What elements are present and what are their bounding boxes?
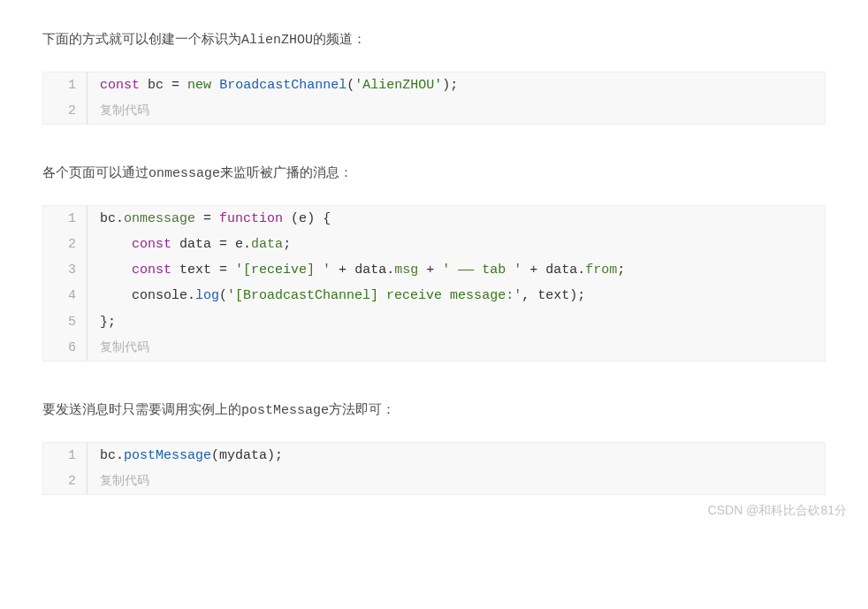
code-line: 2 const data = e.data; (43, 232, 825, 257)
copy-button[interactable]: 复制代码 (88, 98, 149, 124)
text: 来监听被广播的消息： (220, 164, 353, 179)
copy-button[interactable]: 复制代码 (88, 335, 149, 361)
code-content: const data = e.data; (88, 232, 291, 257)
line-number: 5 (43, 309, 88, 335)
code-line: 2 复制代码 (43, 468, 825, 494)
inline-code: onmessage (148, 166, 220, 181)
code-line: 5 }; (43, 309, 825, 335)
paragraph-1: 下面的方式就可以创建一个标识为AlienZHOU的频道： (42, 27, 826, 54)
code-line: 4 console.log('[BroadcastChannel] receiv… (43, 283, 825, 308)
line-number: 1 (43, 72, 88, 98)
code-content: bc.postMessage(mydata); (88, 443, 283, 468)
inline-code: postMessage (241, 403, 329, 418)
text: 下面的方式就可以创建一个标识为 (42, 31, 241, 46)
code-content: console.log('[BroadcastChannel] receive … (88, 283, 585, 308)
text: 的频道： (313, 31, 366, 46)
copy-button[interactable]: 复制代码 (88, 468, 149, 494)
inline-code: AlienZHOU (241, 33, 313, 48)
paragraph-2: 各个页面可以通过onmessage来监听被广播的消息： (42, 160, 826, 187)
code-line: 6 复制代码 (43, 335, 825, 361)
line-number: 4 (43, 283, 88, 308)
line-number: 3 (43, 257, 88, 283)
line-number: 6 (43, 335, 88, 361)
line-number: 2 (43, 232, 88, 257)
code-line: 2 复制代码 (43, 98, 825, 124)
code-block-3: 1 bc.postMessage(mydata); 2 复制代码 (42, 442, 826, 496)
line-number: 1 (43, 443, 88, 468)
watermark: CSDN @和科比合砍81分 (708, 499, 847, 521)
text: 要发送消息时只需要调用实例上的 (42, 401, 241, 416)
code-content: }; (88, 309, 116, 335)
code-block-1: 1 const bc = new BroadcastChannel('Alien… (42, 72, 826, 126)
line-number: 1 (43, 206, 88, 232)
code-block-2: 1 bc.onmessage = function (e) { 2 const … (42, 205, 826, 362)
code-content: const bc = new BroadcastChannel('AlienZH… (88, 72, 458, 98)
code-content: const text = '[receive] ' + data.msg + '… (88, 257, 625, 283)
paragraph-3: 要发送消息时只需要调用实例上的postMessage方法即可： (42, 397, 826, 424)
line-number: 2 (43, 468, 88, 494)
line-number: 2 (43, 98, 88, 124)
code-line: 1 bc.postMessage(mydata); (43, 443, 825, 468)
code-line: 3 const text = '[receive] ' + data.msg +… (43, 257, 825, 283)
code-line: 1 const bc = new BroadcastChannel('Alien… (43, 72, 825, 98)
code-content: bc.onmessage = function (e) { (88, 206, 331, 232)
text: 方法即可： (329, 401, 395, 416)
text: 各个页面可以通过 (42, 164, 148, 179)
code-line: 1 bc.onmessage = function (e) { (43, 206, 825, 232)
